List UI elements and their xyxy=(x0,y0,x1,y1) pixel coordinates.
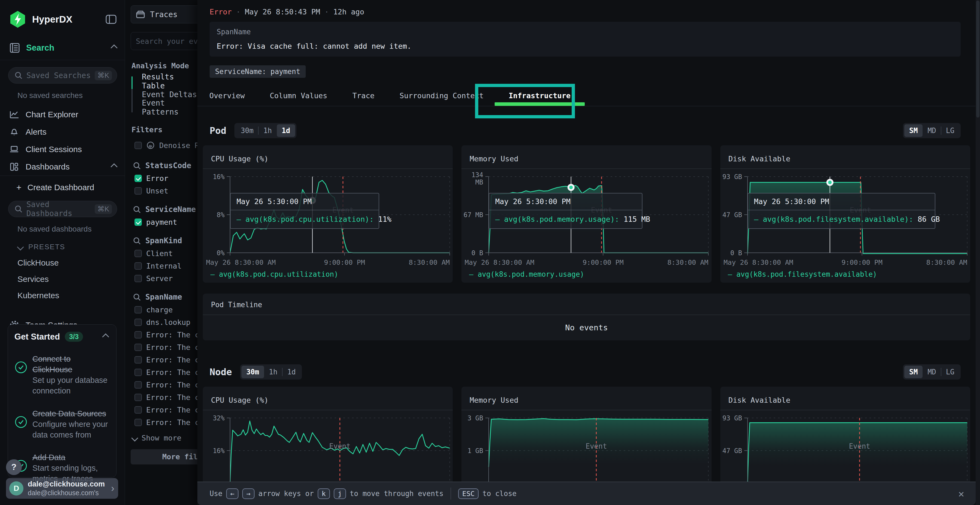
filter-checkbox[interactable] xyxy=(134,356,142,364)
filter-checkbox[interactable] xyxy=(134,275,142,282)
sidebar-item-chart-explorer[interactable]: Chart Explorer xyxy=(0,106,125,123)
filter-option[interactable]: Error: The cr xyxy=(134,393,197,402)
sidebar-item-client-sessions[interactable]: Client Sessions xyxy=(0,141,125,158)
filter-checkbox[interactable] xyxy=(134,262,142,270)
filter-checkbox[interactable] xyxy=(134,219,142,226)
filter-option[interactable]: Error: The cr xyxy=(134,380,197,389)
filter-checkbox[interactable] xyxy=(134,175,142,182)
filter-option[interactable]: Unset xyxy=(134,186,197,195)
show-more-button[interactable]: Show more xyxy=(132,434,197,442)
node-range-1h[interactable]: 1h xyxy=(264,366,282,378)
denoise-toggle[interactable]: Denoise Re xyxy=(134,139,197,151)
pod-size-sm[interactable]: SM xyxy=(904,124,923,137)
scrollbar[interactable] xyxy=(976,0,980,505)
search-icon xyxy=(133,293,141,301)
sidebar-item-alerts[interactable]: Alerts xyxy=(0,123,125,141)
filter-checkbox[interactable] xyxy=(134,250,142,257)
filter-checkbox[interactable] xyxy=(134,344,142,351)
pod-size-lg[interactable]: LG xyxy=(941,124,959,137)
preset-clickhouse[interactable]: ClickHouse xyxy=(18,258,116,267)
create-dashboard-button[interactable]: + Create Dashboard xyxy=(16,181,116,194)
pod-size-md[interactable]: MD xyxy=(923,124,941,137)
filter-checkbox[interactable] xyxy=(134,319,142,326)
filter-checkbox[interactable] xyxy=(134,381,142,389)
denoise-checkbox[interactable] xyxy=(134,142,142,149)
filter-option[interactable]: payment xyxy=(134,218,197,226)
filter-option[interactable]: Client xyxy=(134,249,197,258)
filter-checkbox[interactable] xyxy=(134,406,142,414)
chevron-up-icon[interactable] xyxy=(111,44,117,51)
filter-option[interactable]: Error: The cr xyxy=(134,343,197,351)
saved-searches-input[interactable]: Saved Searches ⌘K xyxy=(8,67,117,84)
node-size-sm[interactable]: SM xyxy=(904,366,923,378)
analysis-mode-results-table[interactable]: Results Table xyxy=(132,75,197,88)
task-title: Create Data Sources xyxy=(32,408,110,419)
node-size-lg[interactable]: LG xyxy=(941,366,959,378)
app-title: HyperDX xyxy=(32,14,106,25)
j-key[interactable]: j xyxy=(334,488,346,499)
sidebar-item-dashboards[interactable]: Dashboards xyxy=(0,158,125,176)
close-icon[interactable]: ✕ xyxy=(958,488,964,499)
source-select[interactable]: Traces xyxy=(130,5,197,24)
filter-checkbox[interactable] xyxy=(134,306,142,313)
k-key[interactable]: k xyxy=(318,488,330,499)
filter-option[interactable]: Error: The cr xyxy=(134,418,197,427)
shortcut-hint: ⌘K xyxy=(95,71,112,80)
chevron-up-icon[interactable] xyxy=(102,333,109,340)
filter-option[interactable]: Error: The cr xyxy=(134,368,197,376)
pod-range-1h[interactable]: 1h xyxy=(258,124,277,137)
analysis-mode-event-patterns[interactable]: Event Patterns xyxy=(132,101,197,114)
help-button[interactable]: ? xyxy=(6,459,22,475)
arrow-right-key[interactable]: → xyxy=(242,488,255,499)
chart-title: CPU Usage (%) xyxy=(211,154,269,163)
esc-key[interactable]: ESC xyxy=(458,488,479,499)
svg-text:9:00:00 PM: 9:00:00 PM xyxy=(324,259,365,266)
filter-checkbox[interactable] xyxy=(134,394,142,401)
filter-checkbox[interactable] xyxy=(134,331,142,338)
service-name-tag[interactable]: ServiceName: payment xyxy=(210,65,306,78)
presets-toggle[interactable]: PRESETS xyxy=(18,243,116,251)
event-search-input[interactable]: Search your ev xyxy=(130,32,197,50)
detail-tabs: OverviewColumn ValuesTraceSurrounding Co… xyxy=(197,89,976,106)
pod-range-30m[interactable]: 30m xyxy=(236,124,258,137)
tab-surrounding-context[interactable]: Surrounding Context xyxy=(399,91,484,106)
user-menu[interactable]: D dale@clickhouse.com dale@clickhouse.co… xyxy=(6,478,118,499)
chart-title: Disk Available xyxy=(729,154,791,163)
filter-option[interactable]: dns.lookup xyxy=(134,318,197,327)
node-range-1d[interactable]: 1d xyxy=(282,366,301,378)
filter-checkbox[interactable] xyxy=(134,369,142,376)
pod-range-1d[interactable]: 1d xyxy=(277,124,295,137)
bell-icon xyxy=(9,127,19,137)
collapse-sidebar-icon[interactable] xyxy=(106,15,116,24)
saved-dashboards-input[interactable]: Saved Dashboards ⌘K xyxy=(8,201,117,217)
svg-text:134MB: 134MB xyxy=(471,171,483,186)
tab-column-values[interactable]: Column Values xyxy=(270,91,327,106)
sidebar-item-search[interactable]: Search xyxy=(9,43,116,60)
filter-option[interactable]: Error: The cr xyxy=(134,330,197,339)
arrow-left-key[interactable]: ← xyxy=(226,488,239,499)
filter-option[interactable]: Internal xyxy=(134,262,197,270)
analysis-mode-list: Results TableEvent DeltasEvent Patterns xyxy=(132,75,197,114)
tab-infrastructure[interactable]: Infrastructure xyxy=(509,91,571,106)
filter-option[interactable]: Server xyxy=(134,274,197,283)
preset-kubernetes[interactable]: Kubernetes xyxy=(18,291,116,300)
preset-services[interactable]: Services xyxy=(18,275,116,284)
filter-group-name: SpanName xyxy=(145,292,182,302)
node-range-30m[interactable]: 30m xyxy=(242,366,264,378)
filter-option[interactable]: charge xyxy=(134,305,197,314)
filter-option[interactable]: Error: The cr xyxy=(134,405,197,414)
filter-checkbox[interactable] xyxy=(134,187,142,195)
tab-overview[interactable]: Overview xyxy=(209,91,245,106)
task-title: Add Data xyxy=(32,452,110,463)
more-filters-button[interactable]: More fil xyxy=(130,449,197,464)
filter-checkbox[interactable] xyxy=(134,419,142,426)
filter-option[interactable]: Error: The cr xyxy=(134,355,197,364)
tab-trace[interactable]: Trace xyxy=(352,91,374,106)
tooltip-value-row: — avg(k8s.pod.cpu.utilization): 11% xyxy=(231,210,379,228)
hyperdx-logo-icon xyxy=(9,10,26,28)
filter-option[interactable]: Error xyxy=(134,174,197,183)
analysis-mode-label: Analysis Mode xyxy=(132,62,197,70)
scrollbar-thumb[interactable] xyxy=(976,0,980,118)
node-size-md[interactable]: MD xyxy=(923,366,941,378)
svg-text:32%: 32% xyxy=(213,414,225,422)
